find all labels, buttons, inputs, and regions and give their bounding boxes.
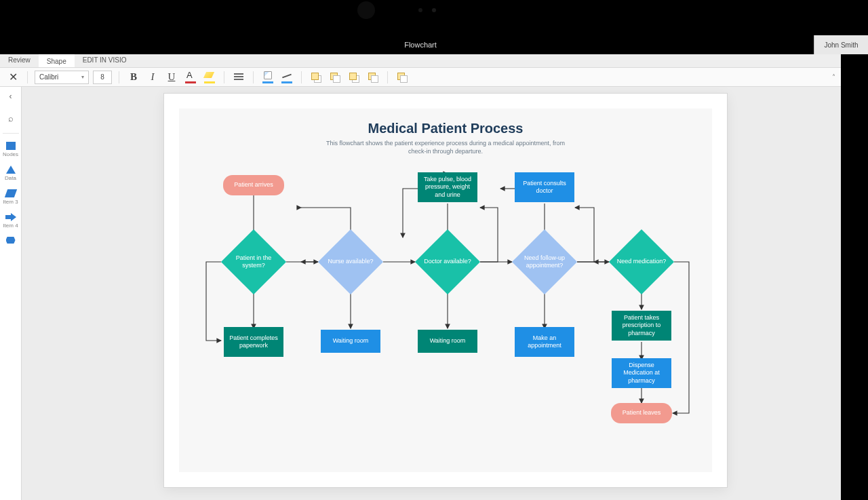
process-waiting-room-2[interactable]: Waiting room	[418, 330, 477, 353]
page[interactable]: Medical Patient Process This flowchart s…	[164, 94, 727, 487]
shape-fill-icon	[262, 71, 274, 83]
separator	[27, 71, 28, 83]
send-backward-icon	[329, 71, 341, 83]
process-make-appointment[interactable]: Make an appointment	[515, 327, 574, 357]
separator	[3, 133, 19, 134]
close-editing-button[interactable]: ✕	[5, 70, 20, 85]
node-label: Patient consults doctor	[519, 180, 570, 195]
collapse-ribbon-button[interactable]: ˄	[832, 73, 835, 81]
font-family-select[interactable]: Calibri▾	[35, 71, 89, 84]
send-backward-button[interactable]	[328, 70, 342, 85]
decision-patient-in-system[interactable]: Patient in the system?	[221, 237, 286, 286]
stencil-label: Item 3	[3, 199, 18, 205]
rail-collapse-button[interactable]: ‹	[3, 90, 19, 103]
ribbon-tabs: Review Shape EDIT IN VISIO	[0, 54, 841, 68]
node-label: Doctor available?	[424, 258, 471, 265]
rail-search-button[interactable]: ⌕	[3, 111, 19, 125]
app-window: Flowchart John Smith Review Shape EDIT I…	[0, 35, 841, 500]
decision-need-medication[interactable]: Need medication?	[609, 237, 674, 286]
tab-review[interactable]: Review	[0, 54, 39, 67]
decision-followup[interactable]: Need follow-up appointment?	[512, 237, 577, 286]
arrange-button[interactable]	[395, 70, 410, 85]
node-label: Need medication?	[617, 258, 667, 265]
process-consult-doctor[interactable]: Patient consults doctor	[515, 172, 574, 202]
shapes-rail: ‹ ⌕ Nodes Data Item 3 Item 4	[0, 87, 22, 500]
drawing-canvas[interactable]: Medical Patient Process This flowchart s…	[22, 87, 841, 500]
camera-icon	[432, 8, 436, 12]
separator	[253, 71, 254, 83]
tab-edit-in-visio[interactable]: EDIT IN VISIO	[75, 54, 135, 67]
node-label: Patient arrives	[234, 181, 273, 189]
shape-outline-button[interactable]	[279, 70, 294, 85]
node-label: Patient leaves	[623, 409, 661, 417]
terminator-start[interactable]: Patient arrives	[223, 175, 284, 195]
hexagon-shape-icon	[6, 237, 16, 244]
separator	[387, 71, 388, 83]
font-color-button[interactable]	[183, 70, 198, 85]
diagram-subtitle: This flowchart shows the patient experie…	[323, 139, 568, 155]
process-waiting-room-1[interactable]: Waiting room	[321, 330, 380, 353]
align-button[interactable]	[231, 70, 246, 85]
decision-nurse-available[interactable]: Nurse available?	[318, 237, 383, 286]
process-take-vitals[interactable]: Take pulse, blood pressure, weight and u…	[418, 172, 477, 202]
node-label: Patient completes paperwork	[228, 334, 279, 350]
stencil-item-data[interactable]: Data	[1, 166, 21, 181]
titlebar: Flowchart John Smith	[0, 35, 841, 54]
underline-icon: U	[168, 71, 176, 83]
process-take-prescription[interactable]: Patient takes prescription to pharmacy	[612, 311, 671, 341]
italic-icon: I	[151, 71, 155, 83]
font-size-select[interactable]: 8	[93, 71, 112, 84]
process-dispense-medication[interactable]: Dispense Medication at pharmacy	[612, 358, 671, 388]
node-label: Waiting room	[430, 337, 466, 345]
send-to-back-button[interactable]	[366, 70, 380, 85]
node-label: Dispense Medication at pharmacy	[616, 362, 667, 385]
font-size-value: 8	[100, 73, 104, 81]
workspace: ‹ ⌕ Nodes Data Item 3 Item 4	[0, 87, 841, 500]
highlight-button[interactable]	[202, 70, 217, 85]
stencil-item-3[interactable]: Item 3	[1, 189, 21, 205]
arrange-icon	[396, 71, 408, 83]
bring-to-front-button[interactable]	[347, 70, 361, 85]
node-label: Nurse available?	[328, 258, 373, 265]
stencil-item-4[interactable]: Item 4	[1, 213, 21, 229]
node-label: Take pulse, blood pressure, weight and u…	[422, 176, 473, 199]
document-title: Flowchart	[404, 41, 437, 49]
bring-forward-button[interactable]	[309, 70, 323, 85]
stencil-label: Nodes	[3, 151, 18, 157]
square-shape-icon	[6, 142, 16, 150]
terminator-end[interactable]: Patient leaves	[611, 403, 672, 423]
parallelogram-shape-icon	[4, 189, 16, 197]
ribbon-toolbar: ✕ Calibri▾ 8 B I U ˄	[0, 68, 841, 87]
process-complete-paperwork[interactable]: Patient completes paperwork	[224, 327, 283, 357]
underline-button[interactable]: U	[164, 70, 179, 85]
tab-shape[interactable]: Shape	[39, 54, 75, 67]
bold-icon: B	[130, 71, 137, 83]
chevron-left-icon: ‹	[9, 92, 12, 101]
search-icon: ⌕	[8, 113, 14, 123]
highlight-icon	[203, 71, 216, 83]
send-to-back-icon	[367, 71, 379, 83]
stencil-item-5[interactable]	[1, 237, 21, 245]
decision-doctor-available[interactable]: Doctor available?	[415, 237, 480, 286]
flowchart: Patient arrives Patient in the system? P…	[179, 167, 712, 465]
align-left-icon	[233, 71, 245, 83]
user-chip[interactable]: John Smith	[814, 35, 868, 54]
bring-to-front-icon	[348, 71, 360, 83]
page-content: Medical Patient Process This flowchart s…	[179, 109, 712, 472]
separator	[119, 71, 119, 83]
arrow-shape-icon	[5, 213, 16, 221]
italic-button[interactable]: I	[145, 70, 160, 85]
close-icon: ✕	[9, 71, 18, 83]
separator	[224, 71, 224, 83]
stencil-item-nodes[interactable]: Nodes	[1, 142, 21, 157]
node-label: Make an appointment	[519, 334, 570, 350]
node-label: Waiting room	[333, 337, 369, 345]
diagram-title: Medical Patient Process	[179, 121, 712, 136]
bold-button[interactable]: B	[126, 70, 141, 85]
bring-forward-icon	[310, 71, 322, 83]
shape-fill-button[interactable]	[260, 70, 275, 85]
separator	[301, 71, 302, 83]
chevron-down-icon: ▾	[81, 74, 84, 80]
shape-outline-icon	[281, 71, 293, 83]
stencil-label: Item 4	[3, 223, 18, 229]
